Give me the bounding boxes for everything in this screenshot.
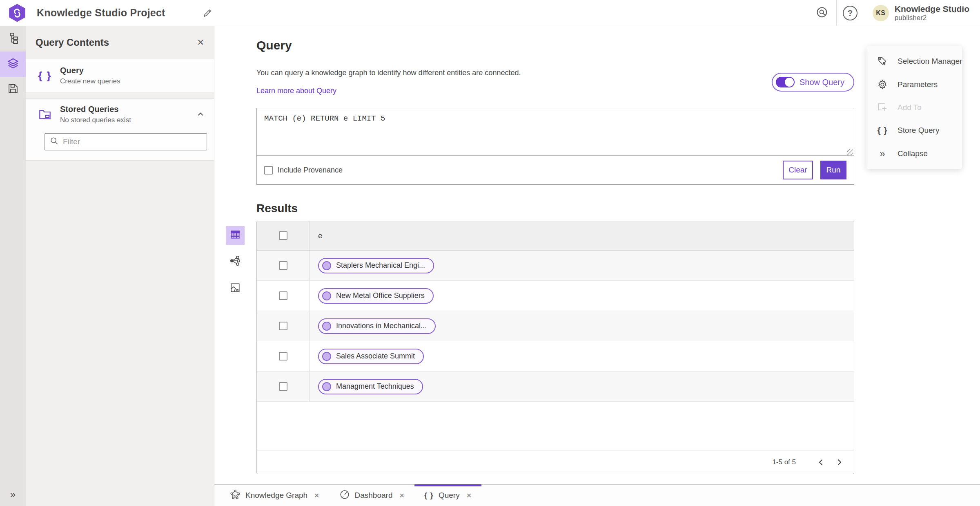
save-icon — [7, 83, 19, 96]
table-header-row: e — [257, 221, 854, 251]
include-provenance-checkbox[interactable] — [264, 166, 273, 175]
entity-pill[interactable]: Innovations in Mechanical... — [318, 318, 436, 334]
page-title: Query — [256, 38, 292, 52]
tab-label: Knowledge Graph — [245, 491, 307, 500]
chevron-up-icon[interactable] — [197, 111, 204, 118]
select-all-checkbox[interactable] — [279, 231, 287, 240]
layers-icon — [7, 57, 19, 71]
entity-pill[interactable]: Sales Associate Summit — [318, 349, 424, 364]
results-view-switcher — [226, 226, 245, 305]
menu-item-collapse[interactable]: » Collapse — [866, 143, 962, 164]
tab-query[interactable]: { } Query ✕ — [414, 485, 481, 506]
query-item-title: Query — [60, 66, 120, 75]
query-contents-panel: Query Contents ✕ { } Query Create new qu… — [26, 26, 214, 506]
query-editor-card: MATCH (e) RETURN e LIMIT 5 Include Prove… — [256, 108, 854, 185]
user-name: Knowledge Studio — [895, 4, 969, 14]
search-button[interactable] — [814, 4, 831, 22]
table-row[interactable]: Sales Associate Summit — [257, 341, 854, 372]
menu-item-selection-manager[interactable]: Selection Manager — [866, 51, 962, 72]
tab-close-icon[interactable]: ✕ — [399, 492, 404, 499]
stored-queries-section: Stored Queries No stored queries exist — [26, 99, 214, 161]
row-checkbox[interactable] — [279, 291, 287, 300]
filter-field — [45, 133, 207, 150]
query-view: Query You can query a knowledge graph to… — [214, 26, 980, 484]
tab-close-icon[interactable]: ✕ — [314, 492, 319, 499]
rail-expand-button[interactable]: » — [0, 489, 26, 500]
entity-label: Managment Techniques — [336, 382, 414, 391]
clear-button[interactable]: Clear — [783, 161, 813, 179]
edit-title-pencil-icon[interactable] — [202, 8, 213, 18]
panel-item-query[interactable]: { } Query Create new queries — [26, 59, 214, 92]
results-title: Results — [256, 202, 298, 215]
panel-close-icon[interactable]: ✕ — [197, 38, 204, 47]
menu-item-parameters[interactable]: Parameters — [866, 74, 962, 95]
rail-item-save[interactable] — [0, 77, 26, 102]
topbar-right-group: ? KS Knowledge Studio publisher2 — [809, 0, 980, 26]
map-view-button[interactable] — [226, 279, 245, 298]
user-role: publisher2 — [895, 14, 969, 22]
topbar-divider — [836, 0, 837, 26]
panel-header: Query Contents ✕ — [26, 26, 214, 59]
include-provenance-label: Include Provenance — [278, 166, 343, 175]
entity-pill[interactable]: Staplers Mechanical Engi... — [318, 258, 434, 273]
next-page-button[interactable] — [830, 453, 848, 471]
table-empty-area — [257, 402, 854, 450]
graph-view-button[interactable] — [226, 252, 245, 271]
row-checkbox[interactable] — [279, 322, 287, 330]
entity-label: Sales Associate Summit — [336, 352, 415, 360]
store-query-braces-icon: { } — [876, 125, 889, 135]
magnifier-icon — [50, 137, 59, 147]
panel-title: Query Contents — [36, 37, 109, 48]
table-pagination: 1-5 of 5 — [257, 450, 854, 474]
row-checkbox[interactable] — [279, 382, 287, 391]
stored-queries-subtitle: No stored queries exist — [60, 116, 131, 124]
query-textarea[interactable]: MATCH (e) RETURN e LIMIT 5 — [257, 108, 854, 156]
column-header-e: e — [310, 221, 854, 250]
entity-dot-icon — [322, 261, 331, 270]
entity-pill[interactable]: New Metal Office Suppliers — [318, 288, 434, 304]
learn-more-link[interactable]: Learn more about Query — [256, 87, 336, 95]
left-icon-rail: » — [0, 26, 26, 506]
show-query-toggle[interactable]: Show Query — [772, 73, 854, 92]
table-row[interactable]: Staplers Mechanical Engi... — [257, 251, 854, 281]
query-item-subtitle: Create new queries — [60, 77, 120, 85]
show-query-label: Show Query — [800, 78, 844, 87]
query-editor-footer: Include Provenance Clear Run — [257, 156, 854, 184]
user-info[interactable]: Knowledge Studio publisher2 — [895, 4, 972, 22]
rail-item-contents[interactable] — [0, 51, 26, 77]
top-bar: Knowledge Studio Project ? KS Knowledg — [0, 0, 980, 26]
help-button[interactable]: ? — [842, 4, 859, 22]
menu-item-store-query[interactable]: { } Store Query — [866, 120, 962, 141]
project-title: Knowledge Studio Project — [37, 7, 165, 19]
entity-pill[interactable]: Managment Techniques — [318, 379, 423, 394]
user-avatar[interactable]: KS — [873, 5, 889, 21]
entity-dot-icon — [322, 322, 331, 331]
dashboard-gauge-icon — [339, 489, 350, 502]
knowledge-graph-icon — [230, 489, 241, 502]
table-row[interactable]: New Metal Office Suppliers — [257, 281, 854, 311]
table-view-button[interactable] — [226, 226, 245, 245]
stored-queries-title: Stored Queries — [60, 105, 131, 114]
braces-icon: { } — [36, 69, 54, 82]
filter-input[interactable] — [63, 137, 202, 146]
rail-item-model[interactable] — [0, 26, 26, 51]
app-logo-icon[interactable] — [8, 4, 26, 22]
folder-icon — [36, 108, 54, 121]
results-table: e Staplers Mechanical Engi... New Metal … — [256, 221, 854, 474]
bottom-tab-bar: Knowledge Graph ✕ Dashboard ✕ { } Query … — [214, 484, 980, 506]
resize-handle[interactable] — [847, 149, 853, 155]
table-row[interactable]: Innovations in Mechanical... — [257, 311, 854, 341]
run-button[interactable]: Run — [820, 161, 846, 179]
table-row[interactable]: Managment Techniques — [257, 372, 854, 402]
gear-icon — [876, 79, 889, 90]
tab-close-icon[interactable]: ✕ — [466, 492, 472, 499]
tab-dashboard[interactable]: Dashboard ✕ — [330, 485, 414, 506]
link-chart-icon — [229, 255, 241, 268]
row-checkbox[interactable] — [279, 352, 287, 360]
stored-queries-header[interactable]: Stored Queries No stored queries exist — [36, 105, 204, 124]
entity-dot-icon — [322, 352, 331, 361]
tab-knowledge-graph[interactable]: Knowledge Graph ✕ — [220, 485, 330, 506]
row-checkbox[interactable] — [279, 261, 287, 270]
previous-page-button[interactable] — [812, 453, 830, 471]
entity-label: New Metal Office Suppliers — [336, 291, 425, 300]
